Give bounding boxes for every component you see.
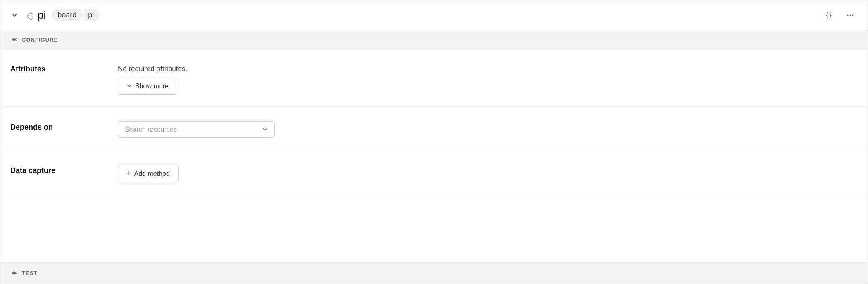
svg-point-1 xyxy=(847,14,849,16)
breadcrumb-item-pi[interactable]: pi xyxy=(84,9,100,21)
breadcrumb-item-board[interactable]: board xyxy=(52,9,81,21)
show-more-chevron-icon xyxy=(126,83,132,90)
collapse-chevron-icon[interactable] xyxy=(10,11,19,19)
header-left: pi board pi xyxy=(10,9,100,21)
resource-title: pi xyxy=(38,9,46,21)
show-more-label: Show more xyxy=(135,83,169,90)
header-row: pi board pi {} xyxy=(0,0,868,30)
test-toggle-icon[interactable] xyxy=(10,270,18,277)
data-capture-row: Data capture + Add method xyxy=(0,151,868,196)
data-capture-content: + Add method xyxy=(118,165,858,182)
resource-diamond-icon xyxy=(23,10,33,21)
add-method-label: Add method xyxy=(134,170,170,178)
data-capture-label: Data capture xyxy=(10,165,101,175)
no-attributes-text: No required attributes. xyxy=(118,63,858,73)
svg-point-2 xyxy=(850,14,851,16)
main-panel: pi board pi {} CO xyxy=(0,0,868,284)
search-resources-placeholder: Search resources xyxy=(125,126,176,133)
test-section-title: TEST xyxy=(22,270,37,276)
svg-point-3 xyxy=(852,14,854,16)
depends-on-label: Depends on xyxy=(10,121,101,132)
test-section-header[interactable]: TEST xyxy=(0,262,868,284)
depends-on-row: Depends on Search resources xyxy=(0,108,868,151)
attributes-row: Attributes No required attributes. Show … xyxy=(0,50,868,108)
attributes-content: No required attributes. Show more xyxy=(118,63,858,95)
header-right: {} xyxy=(821,8,858,23)
configure-toggle-icon[interactable] xyxy=(10,36,18,44)
breadcrumb-separator xyxy=(80,11,85,19)
depends-on-content: Search resources xyxy=(118,121,858,138)
svg-rect-0 xyxy=(27,12,33,20)
breadcrumb: board pi xyxy=(52,9,100,21)
configure-section-title: CONFIGURE xyxy=(22,37,58,43)
dropdown-chevron-icon xyxy=(262,126,268,133)
search-resources-dropdown[interactable]: Search resources xyxy=(118,121,275,138)
config-body: Attributes No required attributes. Show … xyxy=(0,50,868,262)
show-more-button[interactable]: Show more xyxy=(118,78,177,95)
configure-section-header[interactable]: CONFIGURE xyxy=(0,30,868,50)
braces-button[interactable]: {} xyxy=(821,8,836,23)
plus-icon: + xyxy=(126,169,131,178)
more-options-button[interactable] xyxy=(843,8,858,23)
attributes-label: Attributes xyxy=(10,63,101,73)
add-method-button[interactable]: + Add method xyxy=(118,165,179,182)
